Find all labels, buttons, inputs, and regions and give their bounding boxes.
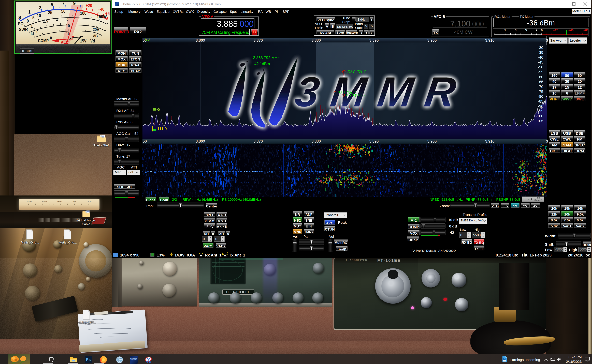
svg-text:100: 100 <box>80 11 86 16</box>
svg-text:dB: dB <box>93 34 98 38</box>
svg-text:10: 10 <box>37 13 41 18</box>
svg-text:5: 5 <box>525 29 527 32</box>
svg-text:1500: 1500 <box>27 200 32 203</box>
svg-text:SWR: SWR <box>19 27 28 32</box>
svg-text:S: S <box>18 15 21 20</box>
svg-text:+20: +20 <box>86 3 92 8</box>
svg-text:7: 7 <box>62 2 64 6</box>
svg-text:9: 9 <box>73 2 76 6</box>
svg-text:0: 0 <box>27 18 29 23</box>
svg-text:3: 3 <box>39 5 41 11</box>
svg-text:9: 9 <box>541 29 543 32</box>
svg-text:5: 5 <box>51 2 53 7</box>
svg-text:+40: +40 <box>568 29 574 32</box>
svg-text:2: 2 <box>56 17 58 22</box>
svg-text:Id: Id <box>31 31 34 36</box>
svg-text:1: 1 <box>31 24 33 28</box>
svg-text:1650: 1650 <box>72 200 77 203</box>
svg-text:3MMR: 3MMR <box>292 68 459 115</box>
svg-text:+40: +40 <box>98 6 105 12</box>
svg-text:PO: PO <box>18 21 23 26</box>
svg-text:1700: 1700 <box>86 200 91 203</box>
svg-text:7: 7 <box>536 29 538 32</box>
svg-text:3: 3 <box>66 17 68 21</box>
svg-text:1: 1 <box>504 29 506 32</box>
svg-text:20A: 20A <box>93 27 99 32</box>
svg-text:15V: 15V <box>80 39 86 43</box>
svg-text:Vd: Vd <box>90 39 95 43</box>
svg-text:150W: 150W <box>97 14 107 19</box>
svg-text:1.5: 1.5 <box>43 19 48 23</box>
svg-text:1: 1 <box>28 9 31 15</box>
svg-text:3: 3 <box>515 29 517 32</box>
svg-text:+20: +20 <box>553 29 559 32</box>
svg-text:5: 5 <box>32 15 35 20</box>
svg-text:1600: 1600 <box>57 200 62 203</box>
svg-text:1550: 1550 <box>42 200 47 203</box>
svg-text:50: 50 <box>61 9 66 14</box>
svg-text:25: 25 <box>48 10 52 15</box>
svg-text:COMP: COMP <box>38 38 49 43</box>
svg-text:+60: +60 <box>583 29 588 32</box>
svg-text:∞: ∞ <box>99 22 101 26</box>
svg-text:10: 10 <box>66 23 70 28</box>
svg-text:0: 0 <box>50 36 52 40</box>
svg-text:0: 0 <box>36 29 39 34</box>
